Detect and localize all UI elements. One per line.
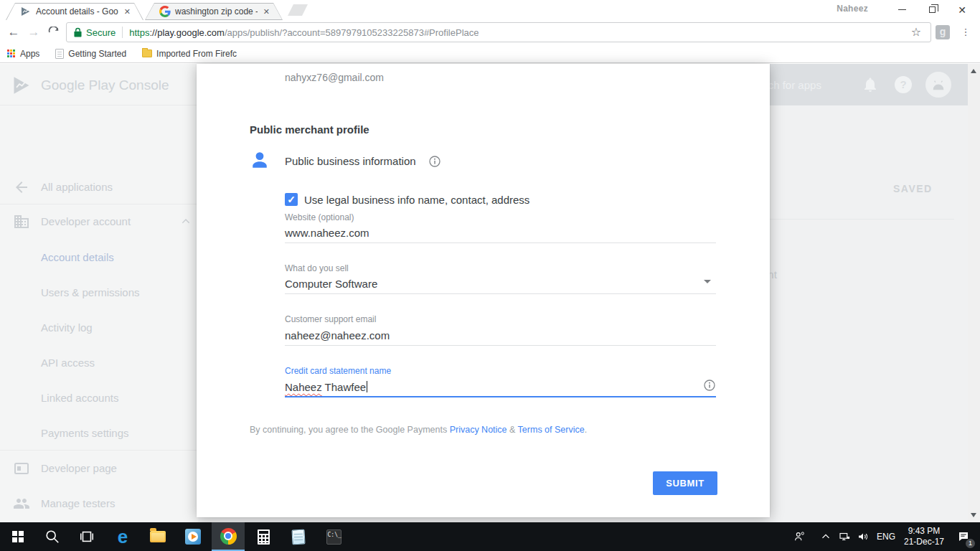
close-button[interactable]: ✕: [947, 0, 977, 19]
minimize-button[interactable]: [887, 0, 917, 19]
people-button[interactable]: [789, 522, 811, 551]
manage-testers-icon: [13, 495, 30, 512]
website-field[interactable]: www.naheez.com: [285, 227, 369, 239]
forward-button[interactable]: →: [24, 22, 44, 42]
volume-button[interactable]: [854, 522, 872, 551]
notification-badge: 1: [966, 539, 975, 548]
text-cursor: [367, 381, 367, 392]
sidebar-item-linked-accounts[interactable]: Linked accounts: [41, 392, 118, 404]
calculator-icon: [258, 529, 270, 545]
chrome-icon: [220, 528, 237, 545]
action-center-button[interactable]: 1: [951, 522, 976, 551]
notepad-button[interactable]: [282, 522, 315, 551]
bookmark-imported-folder[interactable]: Imported From Firefc: [142, 49, 237, 59]
sidebar-item-payments-settings[interactable]: Payments settings: [41, 427, 129, 439]
calculator-button[interactable]: [247, 522, 280, 551]
person-icon: [250, 151, 269, 169]
bookmark-star-icon[interactable]: ☆: [908, 24, 924, 40]
help-icon[interactable]: ?: [895, 76, 912, 93]
clock[interactable]: 9:43 PM 21-Dec-17: [898, 522, 950, 551]
sidebar-item-users-permissions[interactable]: Users & permissions: [41, 286, 140, 298]
what-do-you-sell-select[interactable]: Computer Software: [285, 278, 377, 290]
info-icon[interactable]: [429, 156, 440, 167]
edge-icon: e: [118, 527, 128, 546]
task-view-icon: [79, 529, 95, 545]
scroll-up-icon[interactable]: [971, 69, 976, 73]
tab-account-details[interactable]: Account details - Google ✕: [6, 3, 143, 20]
file-explorer-icon: [150, 531, 166, 542]
secure-label: Secure: [86, 27, 116, 38]
file-explorer-button[interactable]: [141, 522, 174, 551]
tab-title: Account details - Google: [36, 6, 118, 17]
dropdown-caret-icon[interactable]: [704, 280, 711, 283]
tab-washington-zip[interactable]: washington zip code - G ✕: [145, 3, 283, 20]
chevron-up-icon[interactable]: [181, 217, 191, 227]
business-info-label: Public business information: [285, 155, 416, 167]
bookmark-label: Imported From Firefc: [156, 49, 237, 59]
apps-grid-icon: [7, 50, 16, 58]
restore-button[interactable]: [917, 0, 947, 19]
speaker-icon: [857, 530, 870, 543]
chrome-button[interactable]: [212, 522, 245, 551]
reload-button[interactable]: [44, 22, 64, 42]
extension-icon[interactable]: g: [936, 25, 950, 39]
website-label: Website (optional): [285, 212, 354, 222]
section-title: Public merchant profile: [250, 123, 369, 136]
browser-profile-name[interactable]: Naheez: [837, 4, 868, 14]
date: 21-Dec-17: [904, 537, 944, 547]
sidebar-item-activity-log[interactable]: Activity log: [41, 321, 93, 334]
chevron-up-icon: [819, 530, 832, 543]
tab-title: washington zip code - G: [175, 6, 258, 17]
terms-of-service-link[interactable]: Terms of Service: [518, 425, 585, 435]
sidebar-item-manage-testers[interactable]: Manage testers: [41, 497, 115, 509]
browser-titlebar: Account details - Google ✕ washington zi…: [0, 0, 980, 20]
url-separator: [122, 27, 123, 38]
new-tab-button[interactable]: [288, 4, 308, 16]
language-indicator[interactable]: ENG: [874, 522, 898, 551]
media-player-icon: [185, 529, 201, 545]
windows-taskbar: e C:\_ ENG 9:43 PM 21-Dec-17 1: [0, 522, 980, 551]
browser-menu-icon[interactable]: ⋮: [958, 23, 973, 42]
page-icon: [55, 49, 64, 59]
bookmark-getting-started[interactable]: Getting Started: [55, 49, 126, 59]
sidebar-item-developer-account[interactable]: Developer account: [41, 215, 131, 227]
edge-button[interactable]: e: [106, 522, 139, 551]
tab-close-icon[interactable]: ✕: [123, 7, 132, 17]
tab-close-icon[interactable]: ✕: [262, 7, 271, 17]
url-bar[interactable]: Secure https://play.google.com/apps/publ…: [66, 22, 931, 42]
screen: Account details - Google ✕ washington zi…: [0, 0, 980, 551]
page-scrollbar[interactable]: [968, 64, 980, 522]
bookmark-label: Getting Started: [68, 49, 126, 59]
sidebar-item-account-details[interactable]: Account details: [41, 251, 114, 263]
console-logo-text: Google Play Console: [41, 77, 169, 93]
back-button[interactable]: ←: [4, 22, 24, 42]
command-prompt-button[interactable]: C:\_: [317, 522, 350, 551]
network-button[interactable]: [835, 522, 854, 551]
support-email-field[interactable]: naheez@naheez.com: [285, 329, 390, 342]
account-avatar[interactable]: [925, 72, 951, 98]
command-prompt-icon: C:\_: [326, 529, 341, 545]
info-icon[interactable]: [704, 380, 715, 391]
sidebar-item-all-applications[interactable]: All applications: [41, 181, 113, 193]
checkbox-label: Use legal business info name, contact, a…: [304, 194, 529, 206]
sidebar-item-api-access[interactable]: API access: [41, 357, 95, 369]
tray-expand-button[interactable]: [816, 522, 835, 551]
sidebar-item-developer-page[interactable]: Developer page: [41, 462, 117, 474]
scroll-down-icon[interactable]: [971, 513, 976, 517]
taskbar-search-button[interactable]: [36, 522, 69, 551]
privacy-notice-link[interactable]: Privacy Notice: [450, 425, 507, 435]
google-g-icon: [159, 6, 171, 17]
task-view-button[interactable]: [70, 522, 103, 551]
bookmarks-bar: Apps Getting Started Imported From Firef…: [0, 44, 980, 63]
console-sidebar: Google Play Console All applications Dev…: [0, 64, 198, 522]
background-divider: [760, 219, 954, 220]
reload-icon: [48, 27, 60, 38]
bookmark-apps[interactable]: Apps: [7, 49, 39, 59]
start-button[interactable]: [1, 522, 34, 551]
use-legal-info-checkbox[interactable]: ✓: [285, 193, 298, 206]
notifications-bell-icon[interactable]: [862, 76, 879, 93]
android-icon: [931, 78, 946, 91]
media-player-button[interactable]: [176, 522, 209, 551]
submit-button[interactable]: SUBMIT: [653, 471, 717, 495]
cc-statement-name-field[interactable]: Naheez Thawfee: [285, 381, 367, 393]
